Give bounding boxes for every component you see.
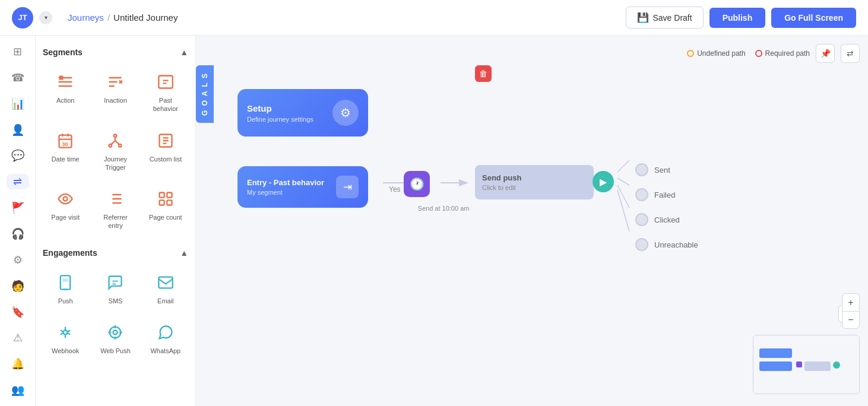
engagement-push[interactable]: Push	[43, 266, 88, 311]
nav-item-phone[interactable]: ☎	[7, 70, 29, 85]
entry-node[interactable]: Entry - Past behavior My segment ⇥	[237, 166, 368, 208]
save-icon: 💾	[637, 12, 649, 23]
nav-item-group[interactable]: 👥	[7, 382, 29, 398]
engagements-title: Engagements	[43, 248, 97, 258]
push-delete-button[interactable]: 🗑	[475, 65, 492, 82]
canvas-toolbar: Undefined path Required path 📌 ⇄	[687, 44, 860, 63]
setup-node-subtitle: Define journey settings	[247, 116, 313, 123]
engagement-web-push[interactable]: Web Push	[93, 316, 138, 361]
breadcrumb-current: Untitled Journey	[113, 12, 178, 23]
segment-page-visit[interactable]: Page visit	[43, 182, 88, 236]
svg-rect-17	[159, 277, 172, 288]
save-draft-button[interactable]: 💾 Save Draft	[626, 7, 703, 28]
whatsapp-icon	[155, 322, 176, 343]
custom-list-icon	[155, 130, 176, 151]
inaction-label: Inaction	[104, 96, 127, 104]
unreachable-dot	[635, 238, 648, 251]
svg-rect-16	[62, 278, 68, 282]
send-time-label: Send at 10:00 am	[417, 205, 470, 212]
outcome-unreachable: Unreachable	[635, 238, 698, 251]
sms-icon	[104, 272, 126, 293]
engagement-webhook[interactable]: Webhook	[43, 316, 88, 361]
publish-button[interactable]: Publish	[709, 8, 766, 28]
nav-item-chat[interactable]: 💬	[7, 148, 29, 163]
past-behavior-icon	[155, 71, 176, 93]
nav-item-bell[interactable]: 🔔	[7, 356, 29, 372]
webhook-icon	[55, 322, 76, 343]
sent-dot	[635, 163, 648, 176]
segment-custom-list[interactable]: Custom list	[143, 124, 188, 178]
nav-item-headset[interactable]: 🎧	[7, 226, 29, 242]
segment-past-behavior[interactable]: Past behavior	[143, 65, 188, 119]
svg-rect-13	[159, 201, 164, 205]
wait-node[interactable]: 🕐	[404, 171, 430, 197]
clock-icon: 🕐	[410, 177, 425, 191]
page-visit-label: Page visit	[51, 213, 80, 221]
minimap-wait-node	[796, 361, 802, 367]
nav-item-person[interactable]: 🧑	[7, 278, 29, 294]
failed-dot	[635, 188, 648, 201]
referrer-entry-icon	[104, 188, 126, 210]
required-path-legend: Required path	[755, 49, 810, 58]
nav-item-bookmark[interactable]: 🔖	[7, 304, 29, 320]
setup-node[interactable]: Setup Define journey settings ⚙	[237, 89, 368, 137]
entry-node-icon: ⇥	[336, 176, 359, 198]
page-count-label: Page count	[149, 213, 182, 221]
nav-item-journey[interactable]: ⇌	[7, 174, 29, 189]
engagement-whatsapp[interactable]: WhatsApp	[143, 316, 188, 361]
swap-button[interactable]: ⇄	[841, 44, 860, 63]
nav-item-chart[interactable]: 📊	[7, 96, 29, 112]
segment-journey-trigger[interactable]: Journey Trigger	[93, 124, 138, 178]
svg-rect-12	[167, 193, 172, 198]
engagement-sms[interactable]: SMS	[93, 266, 138, 311]
required-path-dot	[755, 50, 762, 57]
failed-label: Failed	[654, 191, 675, 199]
journey-trigger-label: Journey Trigger	[96, 155, 134, 172]
undefined-path-legend: Undefined path	[687, 49, 745, 58]
entry-node-title: Entry - Past behavior	[247, 178, 324, 187]
yes-label: Yes	[389, 185, 401, 194]
journey-trigger-icon	[104, 130, 126, 151]
avatar-button[interactable]: JT	[12, 7, 33, 28]
nav-item-users[interactable]: 👤	[7, 122, 29, 138]
svg-point-19	[110, 327, 121, 338]
setup-gear-icon: ⚙	[332, 100, 359, 126]
date-time-icon: 30	[55, 130, 76, 151]
breadcrumb-sep: /	[107, 12, 110, 23]
fullscreen-button[interactable]: Go Full Screen	[771, 8, 856, 28]
segment-page-count[interactable]: Page count	[143, 182, 188, 236]
nav-item-flag[interactable]: 🚩	[7, 200, 29, 215]
minimap-arrow-node	[833, 361, 840, 369]
segments-toggle[interactable]: ▲	[180, 47, 188, 57]
engagement-email[interactable]: Email	[143, 266, 188, 311]
web-push-icon	[104, 322, 126, 343]
svg-rect-11	[159, 193, 164, 198]
segment-inaction[interactable]: Inaction	[93, 65, 138, 119]
zoom-out-button[interactable]: −	[842, 311, 860, 329]
engagements-grid: Push SMS Email Webhook	[43, 266, 188, 361]
journeys-link[interactable]: Journeys	[68, 12, 104, 23]
outcome-clicked: Clicked	[635, 213, 698, 226]
push-icon	[55, 272, 76, 293]
segment-action[interactable]: Action	[43, 65, 88, 119]
pin-button[interactable]: 📌	[816, 44, 835, 63]
unreachable-label: Unreachable	[654, 240, 698, 249]
outcome-failed: Failed	[635, 188, 698, 201]
page-visit-icon	[55, 188, 76, 210]
segment-date-time[interactable]: 30 Date time	[43, 124, 88, 178]
nav-item-settings[interactable]: ⚙	[7, 252, 29, 268]
minimap-inner	[753, 335, 859, 394]
nav-item-grid[interactable]: ⊞	[7, 44, 29, 59]
nav-item-warning[interactable]: ⚠	[7, 330, 29, 345]
zoom-in-button[interactable]: +	[842, 293, 860, 311]
engagements-toggle[interactable]: ▲	[180, 248, 188, 258]
page-count-icon	[155, 188, 176, 210]
push-label: Push	[58, 297, 73, 305]
segment-referrer-entry[interactable]: Referrer entry	[93, 182, 138, 236]
canvas-area: G O A L S Undefined path Required path 📌…	[196, 36, 868, 406]
clicked-label: Clicked	[654, 215, 680, 224]
required-path-label: Required path	[765, 49, 810, 58]
avatar-dropdown[interactable]: ▾	[39, 11, 52, 24]
referrer-entry-label: Referrer entry	[96, 213, 134, 230]
push-node[interactable]: Send push Click to edit	[475, 165, 594, 199]
